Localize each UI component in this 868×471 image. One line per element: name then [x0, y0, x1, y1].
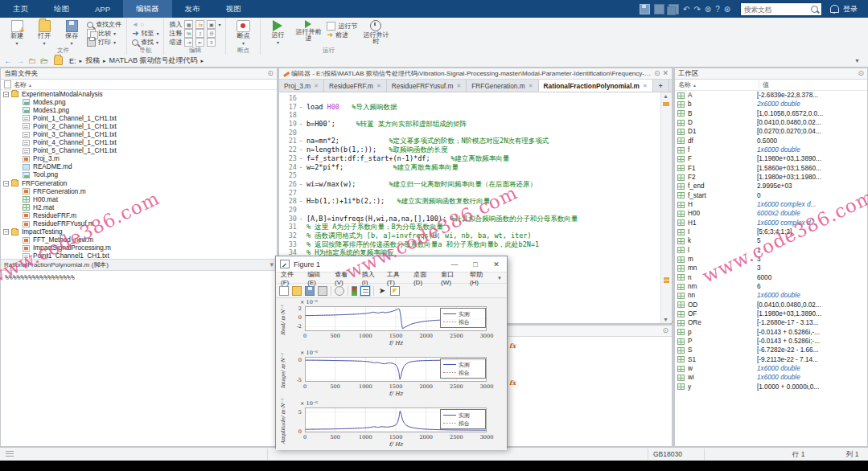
- name-column-header[interactable]: 名称 ▴: [1, 80, 277, 90]
- editor-scrollbar[interactable]: ▲ ▼: [660, 92, 672, 323]
- insert-legend-icon[interactable]: [360, 286, 370, 296]
- tree-file[interactable]: Point_3_Channel_1_CH1.txt: [1, 130, 277, 138]
- close-tab-icon[interactable]: ✕: [643, 83, 648, 89]
- compare-button[interactable]: 比较: [87, 30, 121, 37]
- workspace-variable-row[interactable]: OF[1.1980e+03,1.3890...: [675, 309, 867, 318]
- browse-folder-icon[interactable]: 🗁: [40, 57, 48, 65]
- figure-menu-item[interactable]: 帮助(H): [470, 270, 490, 286]
- tree-file[interactable]: Modes1.png: [1, 106, 277, 114]
- comment-percent-icon[interactable]: %: [184, 29, 193, 38]
- search-input[interactable]: [741, 6, 811, 14]
- workspace-variable-row[interactable]: P[-0.0143 + 0.5286i;-...: [675, 337, 867, 346]
- workspace-variable-row[interactable]: D1[0.0270;0.0270;0.04...: [675, 127, 867, 136]
- doc-tab[interactable]: ResidueFRF.m✕: [324, 80, 387, 92]
- workspace-variable-row[interactable]: w1x6000 double: [675, 364, 867, 373]
- workspace-variable-row[interactable]: y[1.0000 + 0.0000i,0...: [675, 383, 867, 391]
- undo-icon[interactable]: ↶: [683, 5, 689, 14]
- workspace-variable-row[interactable]: D[0.0410,0.0480,0.02...: [675, 118, 867, 127]
- save-figure-icon[interactable]: [305, 286, 315, 296]
- advance-button[interactable]: ➜前进: [327, 31, 357, 39]
- figure-menu-item[interactable]: 插入(I): [362, 270, 380, 286]
- workspace-variable-row[interactable]: p[-0.0143 + 0.5286i,-...: [675, 328, 867, 337]
- tree-file[interactable]: H00.mat: [1, 195, 277, 203]
- smart-indent-icon[interactable]: ⇥: [184, 38, 193, 47]
- figure-window[interactable]: Figure 1 — □ ✕ 文件(F)编辑(E)查看(V)插入(I)工具(T)…: [275, 256, 508, 448]
- plot-legend[interactable]: 实测拟合: [440, 308, 486, 328]
- workspace-variable-row[interactable]: F1[1.5860e+03;1.5860...: [675, 164, 867, 173]
- community-icon[interactable]: ⊛: [724, 5, 730, 14]
- link-plot-icon[interactable]: [335, 286, 344, 296]
- workspace-variable-row[interactable]: f1x6000 double: [675, 145, 867, 154]
- panel-menu-icon[interactable]: ⊙: [654, 70, 660, 77]
- workspace-variable-row[interactable]: f_start0: [675, 191, 867, 200]
- panel-menu-icon[interactable]: ⊙: [858, 70, 864, 77]
- workspace-variable-row[interactable]: H1x6000 complex d...: [675, 200, 867, 209]
- breadcrumb-item[interactable]: MATLAB 振动信号处理代码: [109, 55, 198, 66]
- figure-menu-item[interactable]: 编辑(E): [307, 270, 327, 286]
- figure-menu-item[interactable]: 文件(F): [281, 270, 300, 286]
- close-panel-icon[interactable]: ✕: [662, 70, 668, 77]
- code-line[interactable]: 16: [279, 94, 660, 103]
- code-line[interactable]: 22-n=length(b(1,:)); %取频响函数的长度: [279, 145, 660, 154]
- collapse-icon[interactable]: −: [3, 92, 9, 97]
- tree-folder[interactable]: −FRFGeneration: [1, 179, 277, 187]
- run-section-button[interactable]: 运行节: [327, 23, 357, 30]
- close-tab-icon[interactable]: ✕: [529, 83, 533, 89]
- save-icon[interactable]: [640, 4, 650, 14]
- figure-menu-item[interactable]: 窗口(W): [441, 270, 463, 286]
- new-button[interactable]: 新建: [5, 19, 29, 47]
- insert-image-icon[interactable]: ▣: [207, 20, 216, 29]
- workspace-variable-row[interactable]: mn3: [675, 264, 867, 272]
- code-line[interactable]: 32% 函数调用格式为 [b, a]=invfreqs(H, wi, nb, b…: [279, 231, 660, 240]
- code-line[interactable]: 26-wi=w/max(w); %建立归一化离散时间频率向量（在后面将还原）: [279, 180, 660, 189]
- copy-icon[interactable]: [668, 4, 679, 14]
- status-list-icon[interactable]: [6, 451, 14, 457]
- new-figure-icon[interactable]: [279, 286, 289, 296]
- plot-legend[interactable]: 实测拟合: [440, 409, 486, 429]
- doc-tab[interactable]: FRFGeneration.m✕: [467, 80, 538, 92]
- tree-file[interactable]: Point_5_Channel_1_CH1.txt: [1, 147, 277, 155]
- collapse-icon[interactable]: −: [3, 181, 9, 186]
- forward-arrow-icon[interactable]: →: [16, 57, 24, 65]
- workspace-variable-row[interactable]: n6000: [675, 273, 867, 282]
- print-icon[interactable]: ⊜: [705, 5, 711, 14]
- collapse-detail-icon[interactable]: ▾: [269, 261, 274, 268]
- code-line[interactable]: 28-H=b(1,:)+1i*b(2,:); %建立实测频响函数复数行向量: [279, 197, 660, 206]
- workspace-variable-row[interactable]: F2[1.1980e+03;1.1980...: [675, 173, 867, 182]
- insert-section-icon[interactable]: ▦: [184, 20, 193, 29]
- workspace-variable-row[interactable]: I[5;6;3;4;1;2]: [675, 227, 867, 236]
- workspace-variable-row[interactable]: A[-2.6839e-22,8.378...: [675, 91, 867, 100]
- find-files-button[interactable]: 查找文件: [87, 21, 121, 28]
- doc-tab[interactable]: ResidueFRFYusuf.m✕: [387, 80, 467, 92]
- run-and-advance-button[interactable]: 运行并前进: [293, 19, 323, 47]
- tree-folder[interactable]: −ImpactTesting: [1, 228, 277, 236]
- login-button[interactable]: 登录: [843, 0, 858, 18]
- find-button[interactable]: 查找: [132, 39, 158, 46]
- scroll-down-icon[interactable]: ▼: [663, 317, 668, 322]
- code-line[interactable]: 18: [279, 111, 660, 120]
- code-line[interactable]: 20: [279, 129, 660, 137]
- tab-publish[interactable]: 发布: [172, 0, 213, 18]
- figure-menu-item[interactable]: 工具(T): [387, 270, 406, 286]
- code-line[interactable]: 30-[A,B]=invfreqs(H,wi,na,na,[],100); %计…: [279, 215, 660, 223]
- workspace-variable-row[interactable]: S1[-9.2113e-22 - 7.14...: [675, 355, 867, 364]
- workspace-variable-row[interactable]: nn1x6000 double: [675, 291, 867, 300]
- tab-apps[interactable]: APP: [82, 0, 123, 18]
- workspace-variable-row[interactable]: nm6: [675, 282, 867, 291]
- workspace-variable-row[interactable]: S[-6.7282e-22 - 1.66...: [675, 346, 867, 354]
- code-line[interactable]: 29: [279, 206, 660, 215]
- comment-button[interactable]: 注释%⁒☰: [169, 30, 220, 37]
- workspace-variable-row[interactable]: k5: [675, 236, 867, 245]
- run-button[interactable]: 运行: [265, 19, 290, 47]
- run-and-time-button[interactable]: 运行并计时: [360, 19, 391, 47]
- plot-legend[interactable]: 实测拟合: [440, 358, 486, 379]
- workspace-variable-row[interactable]: df0.5000: [675, 137, 867, 145]
- indent-right-icon[interactable]: ≡: [207, 38, 216, 47]
- tree-file[interactable]: Modes.png: [1, 98, 277, 106]
- insert-fx-icon[interactable]: fx: [195, 20, 204, 29]
- breadcrumb-item[interactable]: E:: [69, 57, 76, 65]
- code-line[interactable]: 24-w=2*pi*f; %建立离散角频率向量: [279, 163, 660, 172]
- back-arrow-icon[interactable]: ←: [4, 57, 12, 65]
- open-button[interactable]: 打开: [32, 19, 56, 47]
- workspace-variable-row[interactable]: m3: [675, 255, 867, 264]
